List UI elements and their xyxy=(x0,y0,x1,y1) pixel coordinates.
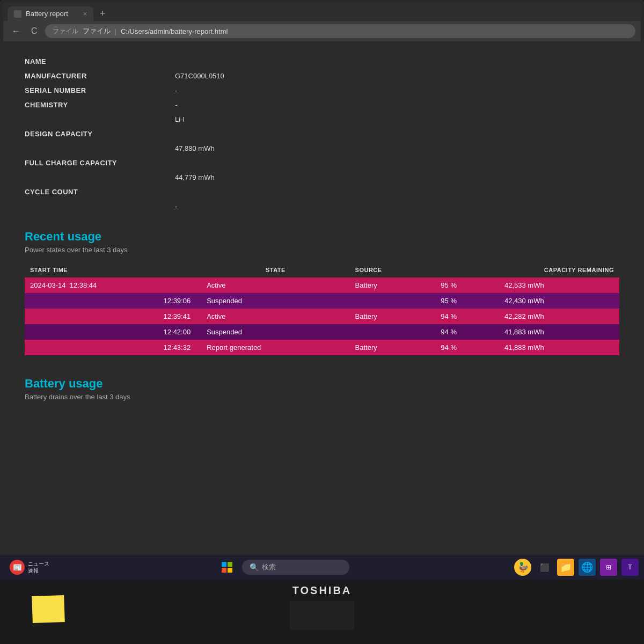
tab-close-button[interactable]: × xyxy=(83,10,87,18)
cell-source-1: Battery xyxy=(350,277,436,293)
news-line1: ニュース xyxy=(28,560,49,567)
cell-time-5: 12:43:32 xyxy=(25,340,201,355)
label-full-charge-empty xyxy=(25,173,175,181)
cell-state-5: Report generated xyxy=(201,340,349,355)
info-row-chemistry: CHEMISTRY - xyxy=(25,98,619,112)
cell-source-5: Battery xyxy=(350,340,436,355)
taskbar-news[interactable]: 📰 ニュース 速報 xyxy=(5,558,54,577)
col-source: SOURCE xyxy=(350,262,436,277)
value-manufacturer: G71C000L0510 xyxy=(175,72,224,80)
info-row-cycle-value: - xyxy=(25,199,619,214)
battery-info-section: NAME MANUFACTURER G71C000L0510 SERIAL NU… xyxy=(25,54,619,214)
cell-time-3: 12:39:41 xyxy=(25,309,201,324)
label-cycle-count: CYCLE COUNT xyxy=(25,188,175,196)
table-row: 12:39:06 Suspended 95 % 42,430 mWh xyxy=(25,293,619,309)
value-serial: - xyxy=(175,86,177,94)
label-name: NAME xyxy=(25,57,175,65)
monitor-screen: Battery report × + ← C ファイル ファイル | C:/Us… xyxy=(0,0,644,580)
address-protocol-text: ファイル xyxy=(83,26,111,36)
info-row-serial: SERIAL NUMBER - xyxy=(25,83,619,98)
table-row: 12:43:32 Report generated Battery 94 % 4… xyxy=(25,340,619,355)
back-button[interactable]: ← xyxy=(9,25,24,37)
label-full-charge: FULL CHARGE CAPACITY xyxy=(25,159,175,167)
cell-source-2 xyxy=(350,293,436,309)
taskbar-right: 🦆 ⬛ 📁 🌐 ⊞ T xyxy=(514,559,639,576)
cell-percent-3: 94 % xyxy=(435,309,499,324)
label-design-capacity: DESIGN CAPACITY xyxy=(25,130,175,138)
active-tab[interactable]: Battery report × xyxy=(8,6,93,21)
cell-time-4: 12:42:00 xyxy=(25,324,201,340)
info-row-design-cap-value: 47,880 mWh xyxy=(25,141,619,156)
taskbar-search[interactable]: 🔍 検索 xyxy=(242,560,349,575)
value-cycle-count: - xyxy=(175,202,177,210)
label-manufacturer: MANUFACTURER xyxy=(25,72,175,80)
tab-favicon xyxy=(14,10,21,18)
cell-state-1: Active xyxy=(201,277,349,293)
cell-capacity-2: 42,430 mWh xyxy=(499,293,619,309)
recent-usage-subtitle: Power states over the last 3 days xyxy=(25,246,619,254)
tab-title: Battery report xyxy=(26,10,68,18)
taskbar-edge-icon[interactable]: 🌐 xyxy=(579,559,596,576)
cell-source-4 xyxy=(350,324,436,340)
refresh-button[interactable]: C xyxy=(28,25,41,37)
monitor-stand xyxy=(290,601,354,633)
label-chemistry-empty xyxy=(25,115,175,123)
table-row: 2024-03-14 12:38:44 Active Battery 95 % … xyxy=(25,277,619,293)
taskbar-folder-icon[interactable]: 📁 xyxy=(557,559,574,576)
page-content: NAME MANUFACTURER G71C000L0510 SERIAL NU… xyxy=(3,41,641,572)
value-design-capacity: 47,880 mWh xyxy=(175,144,215,152)
cell-capacity-1: 42,533 mWh xyxy=(499,277,619,293)
win-sq-2 xyxy=(228,562,232,567)
cell-percent-2: 95 % xyxy=(435,293,499,309)
label-design-capacity-empty xyxy=(25,144,175,152)
windows-button[interactable] xyxy=(218,559,236,576)
search-icon: 🔍 xyxy=(250,563,259,572)
cell-time-2: 12:39:06 xyxy=(25,293,201,309)
info-row-chemistry-value: Li-I xyxy=(25,112,619,127)
news-line2: 速報 xyxy=(28,567,49,574)
col-capacity: CAPACITY REMAINING xyxy=(435,262,619,277)
new-tab-button[interactable]: + xyxy=(96,8,110,19)
cell-time-1: 2024-03-14 12:38:44 xyxy=(25,277,201,293)
info-row-cycle: CYCLE COUNT xyxy=(25,185,619,199)
news-icon: 📰 xyxy=(10,560,25,575)
label-serial: SERIAL NUMBER xyxy=(25,86,175,94)
cell-state-3: Active xyxy=(201,309,349,324)
label-cycle-empty xyxy=(25,202,175,210)
address-bar[interactable]: ファイル ファイル | C:/Users/admin/battery-repor… xyxy=(45,24,635,38)
value-chemistry: Li-I xyxy=(175,115,185,123)
monitor-bottom-bezel: TOSHIBA xyxy=(0,580,644,601)
taskbar-duck-icon[interactable]: 🦆 xyxy=(514,559,531,576)
taskbar: 📰 ニュース 速報 🔍 検索 🦆 ⬛ 📁 🌐 ⊞ T xyxy=(0,554,644,580)
cell-source-3: Battery xyxy=(350,309,436,324)
taskbar-store-icon[interactable]: ⊞ xyxy=(600,559,617,576)
address-separator: | xyxy=(115,27,116,35)
cell-percent-5: 94 % xyxy=(435,340,499,355)
label-chemistry: CHEMISTRY xyxy=(25,101,175,109)
nav-bar: ← C ファイル ファイル | C:/Users/admin/battery-r… xyxy=(3,21,641,41)
sticky-note xyxy=(32,595,65,623)
monitor-brand: TOSHIBA xyxy=(292,584,352,597)
table-row: 12:42:00 Suspended 94 % 41,883 mWh xyxy=(25,324,619,340)
win-sq-3 xyxy=(222,568,226,573)
col-start-time: START TIME xyxy=(25,262,201,277)
table-row: 12:39:41 Active Battery 94 % 42,282 mWh xyxy=(25,309,619,324)
cell-percent-4: 94 % xyxy=(435,324,499,340)
table-header-row: START TIME STATE SOURCE CAPACITY REMAINI… xyxy=(25,262,619,277)
info-row-full-charge-value: 44,779 mWh xyxy=(25,170,619,185)
cell-percent-1: 95 % xyxy=(435,277,499,293)
cell-capacity-5: 41,883 mWh xyxy=(499,340,619,355)
info-row-full-charge: FULL CHARGE CAPACITY xyxy=(25,156,619,170)
recent-usage-title: Recent usage xyxy=(25,230,619,244)
cell-capacity-3: 42,282 mWh xyxy=(499,309,619,324)
search-placeholder: 検索 xyxy=(262,562,276,572)
col-state: STATE xyxy=(201,262,349,277)
news-text: ニュース 速報 xyxy=(28,560,49,574)
battery-usage-subtitle: Battery drains over the last 3 days xyxy=(25,393,619,401)
usage-table: START TIME STATE SOURCE CAPACITY REMAINI… xyxy=(25,262,619,355)
cell-state-4: Suspended xyxy=(201,324,349,340)
taskbar-desktop-icon[interactable]: ⬛ xyxy=(536,559,553,576)
windows-logo xyxy=(222,562,232,573)
taskbar-teams-icon[interactable]: T xyxy=(621,559,639,576)
value-chemistry-dash: - xyxy=(175,101,177,109)
